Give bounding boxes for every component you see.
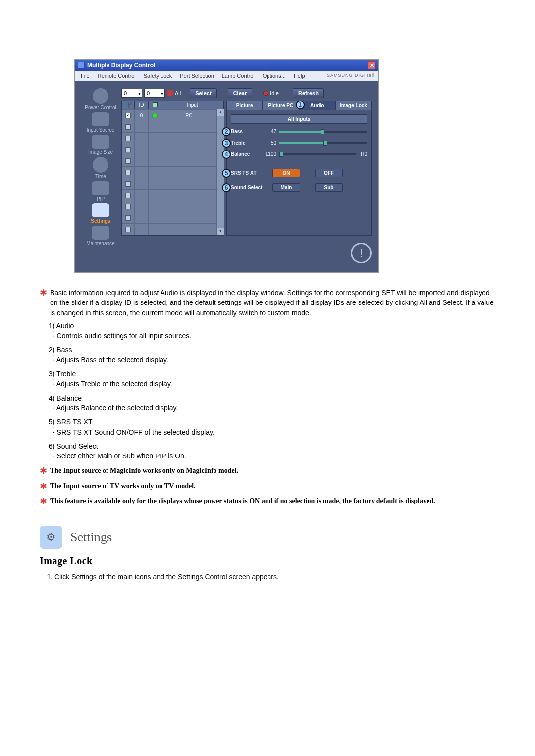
menu-help[interactable]: Help	[290, 72, 309, 80]
note-text: The Input source of MagicInfo works only…	[50, 466, 238, 476]
all-label: All	[175, 90, 181, 96]
row-id: 0	[135, 110, 149, 121]
callout-marker: 5	[222, 169, 231, 178]
mdc-app-window: Multiple Display Control ✕ File Remote C…	[74, 59, 379, 273]
note-text: This feature is available only for the d…	[50, 496, 435, 506]
app-icon	[78, 62, 85, 69]
settings-icon	[92, 203, 109, 217]
bass-slider[interactable]	[279, 131, 367, 133]
balance-row: 4 Balance L100 R0	[231, 151, 367, 157]
refresh-button[interactable]: Refresh	[293, 88, 324, 98]
header-id: ID	[135, 101, 149, 109]
srs-on-button[interactable]: ON	[272, 169, 300, 177]
callout-marker: 3	[222, 139, 231, 148]
table-row[interactable]: 0 PC	[122, 109, 217, 121]
callout-marker: 1	[296, 101, 305, 109]
sidebar-item-maintenance[interactable]: Maintenance	[80, 226, 121, 246]
section-heading: ⚙ Settings	[40, 526, 495, 549]
menu-lamp-control[interactable]: Lamp Control	[218, 72, 259, 80]
grid-header: ID Input	[122, 101, 224, 109]
settings-section-icon: ⚙	[40, 526, 62, 549]
row-checkbox[interactable]	[125, 181, 131, 187]
step-item: Click Settings of the main icons and the…	[54, 572, 495, 582]
menu-remote-control[interactable]: Remote Control	[94, 72, 140, 80]
callout-marker: 2	[222, 127, 231, 136]
tab-image-lock[interactable]: Image Lock	[335, 101, 372, 110]
intro-paragraph: ✱ Basic information required to adjust A…	[40, 288, 495, 318]
select-button[interactable]: Select	[190, 88, 216, 98]
sidebar-item-time[interactable]: Time	[80, 157, 121, 179]
menu-port-selection[interactable]: Port Selection	[176, 72, 217, 80]
treble-slider[interactable]	[279, 142, 367, 144]
row-checkbox[interactable]	[125, 113, 131, 118]
table-row	[122, 212, 217, 223]
tab-picture-pc[interactable]: Picture PC	[263, 101, 299, 110]
menu-file[interactable]: File	[77, 72, 94, 80]
list-item: 1) Audio- Controls audio settings for al…	[49, 321, 495, 341]
srs-off-button[interactable]: OFF	[315, 169, 343, 177]
range-to-dropdown[interactable]: 0	[144, 89, 165, 98]
row-checkbox[interactable]	[125, 158, 131, 164]
bass-label: Bass	[231, 129, 260, 134]
table-row	[122, 189, 217, 201]
sidebar-item-image-size[interactable]: Image Size	[80, 135, 121, 155]
row-checkbox[interactable]	[125, 124, 131, 130]
menu-safety-lock[interactable]: Safety Lock	[140, 72, 176, 80]
row-checkbox[interactable]	[125, 227, 131, 232]
sidebar-item-power-control[interactable]: Power Control	[80, 88, 121, 110]
row-checkbox[interactable]	[125, 204, 131, 209]
sidebar-item-pip[interactable]: PIP	[80, 181, 121, 202]
balance-slider[interactable]	[279, 153, 356, 155]
scroll-down-icon[interactable]: ▾	[217, 228, 224, 235]
list-item: 2) Bass- Adjusts Bass of the selected di…	[49, 345, 495, 365]
sidebar-item-settings[interactable]: Settings	[80, 203, 121, 224]
status-indicator: Idle	[263, 90, 279, 96]
window-title: Multiple Display Control	[87, 62, 155, 69]
table-row	[122, 121, 217, 132]
warning-icon: !	[351, 243, 372, 263]
row-checkbox[interactable]	[125, 147, 131, 152]
sound-main-button[interactable]: Main	[272, 183, 300, 192]
row-checkbox[interactable]	[125, 215, 131, 221]
table-row	[122, 166, 217, 178]
sound-select-label: Sound Select	[231, 185, 269, 190]
row-checkbox[interactable]	[125, 193, 131, 198]
header-input: Input	[161, 101, 224, 109]
panel-tabs: Picture Picture PC 1 Audio Image Lock	[226, 101, 372, 110]
star-icon: ✱	[40, 497, 47, 506]
brand-label: SAMSUNG DIGITall	[325, 72, 376, 80]
table-row	[122, 223, 217, 235]
menu-options[interactable]: Options...	[259, 72, 290, 80]
row-input: PC	[161, 110, 217, 121]
bass-value: 47	[263, 129, 276, 134]
steps-list: Click Settings of the main icons and the…	[54, 572, 495, 582]
list-item: 3) Treble- Adjusts Treble of the selecte…	[49, 369, 495, 389]
close-icon[interactable]: ✕	[368, 61, 375, 69]
treble-label: Treble	[231, 140, 260, 146]
status-dot-icon	[152, 113, 158, 118]
menu-bar: File Remote Control Safety Lock Port Sel…	[75, 71, 378, 81]
sidebar-label: Time	[95, 174, 106, 179]
srs-label: SRS TS XT	[231, 170, 269, 176]
clear-button[interactable]: Clear	[228, 88, 253, 98]
sound-sub-button[interactable]: Sub	[315, 183, 343, 192]
row-checkbox[interactable]	[125, 136, 131, 141]
range-from-dropdown[interactable]: 0	[121, 89, 142, 98]
list-item: 6) Sound Select- Select either Main or S…	[49, 441, 495, 461]
row-checkbox[interactable]	[125, 170, 131, 175]
section-title: Settings	[70, 530, 112, 545]
callout-marker: 6	[222, 183, 231, 192]
sidebar-label: Power Control	[85, 105, 116, 110]
srs-row: 5 SRS TS XT ON OFF	[231, 169, 367, 177]
all-inputs-button[interactable]: All Inputs	[231, 114, 367, 124]
balance-right: R0	[361, 151, 367, 157]
note-paragraph: ✱The Input source of TV works only on TV…	[40, 481, 495, 491]
scroll-up-icon[interactable]: ▴	[217, 109, 224, 116]
header-checkbox[interactable]	[128, 102, 129, 108]
all-checkbox[interactable]: All	[167, 90, 181, 96]
maintenance-icon	[92, 226, 109, 240]
star-icon: ✱	[40, 288, 47, 318]
sidebar-item-input-source[interactable]: Input Source	[80, 112, 121, 133]
tab-picture[interactable]: Picture	[226, 101, 263, 110]
tab-audio[interactable]: 1 Audio	[299, 101, 335, 110]
